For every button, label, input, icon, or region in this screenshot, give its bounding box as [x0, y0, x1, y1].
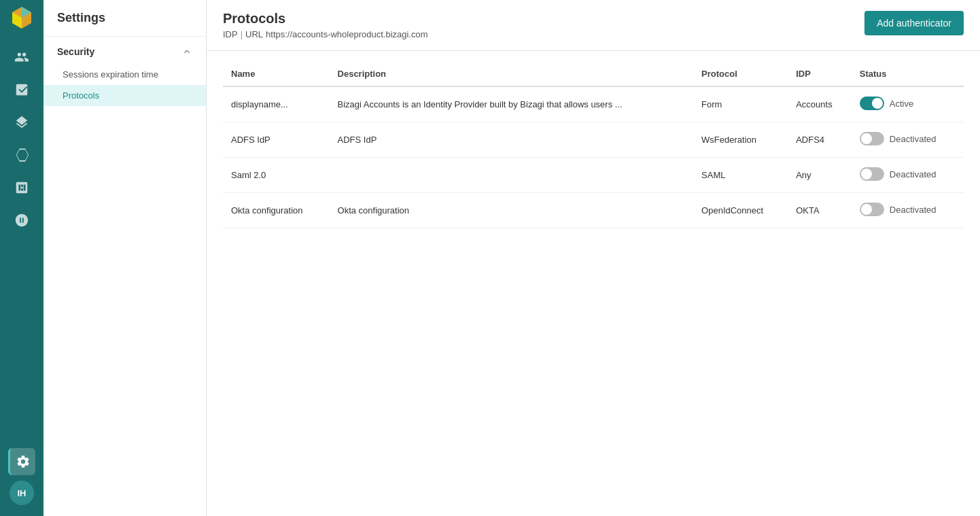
nav-icon-ai[interactable]: [8, 207, 35, 234]
nav-bottom: IH: [8, 448, 35, 511]
col-status: Status: [852, 62, 964, 86]
nav-icon-layers[interactable]: [8, 109, 35, 136]
nav-settings-icon[interactable]: [8, 448, 35, 475]
meta-idp-label: IDP: [223, 29, 238, 39]
status-toggle[interactable]: Deactivated: [860, 132, 937, 145]
meta-url-label: URL: [245, 29, 263, 39]
cell-idp: Any: [788, 158, 852, 193]
toggle-knob: [861, 169, 872, 179]
cell-status: Deactivated: [852, 193, 964, 228]
meta-separator: |: [241, 29, 243, 39]
cell-protocol: SAML: [693, 158, 788, 193]
col-idp: IDP: [788, 62, 852, 86]
status-label: Deactivated: [890, 205, 937, 215]
cell-protocol: Form: [693, 86, 788, 122]
main-header: Protocols IDP | URL https://accounts-who…: [207, 0, 980, 51]
chevron-up-icon: [181, 46, 192, 57]
main-content: Protocols IDP | URL https://accounts-who…: [207, 0, 980, 516]
cell-description: Bizagi Accounts is an Identity Provider …: [330, 86, 694, 122]
nav-icon-chart[interactable]: [8, 76, 35, 103]
toggle-switch[interactable]: [860, 203, 884, 216]
main-header-left: Protocols IDP | URL https://accounts-who…: [223, 11, 428, 39]
header-row: Name Description Protocol IDP Status: [223, 62, 964, 86]
nav-icon-people[interactable]: [8, 44, 35, 71]
nav-avatar[interactable]: IH: [10, 481, 34, 505]
table-row[interactable]: Saml 2.0SAMLAnyDeactivated: [223, 158, 964, 193]
cell-description: [330, 158, 694, 193]
cell-name: Saml 2.0: [223, 158, 330, 193]
cell-name: Okta configuration: [223, 193, 330, 228]
nav-icon-hexagon[interactable]: [8, 141, 35, 169]
col-name: Name: [223, 62, 330, 86]
status-label: Deactivated: [890, 169, 937, 179]
status-toggle[interactable]: Deactivated: [860, 167, 937, 181]
table-container: Name Description Protocol IDP Status dis…: [207, 51, 980, 516]
table-header: Name Description Protocol IDP Status: [223, 62, 964, 86]
table-body: displayname...Bizagi Accounts is an Iden…: [223, 86, 964, 228]
toggle-knob: [861, 133, 872, 144]
toggle-switch[interactable]: [860, 97, 884, 110]
cell-name: ADFS IdP: [223, 122, 330, 158]
col-protocol: Protocol: [693, 62, 788, 86]
toggle-switch[interactable]: [860, 132, 884, 145]
cell-status: Deactivated: [852, 158, 964, 193]
meta-url: https://accounts-wholeproduct.bizagi.com: [266, 29, 427, 39]
cell-name: displayname...: [223, 86, 330, 122]
cell-idp: Accounts: [788, 86, 852, 122]
page-title: Protocols: [223, 11, 428, 27]
security-section-title[interactable]: Security: [43, 37, 206, 64]
cell-description: Okta configuration: [330, 193, 694, 228]
add-authenticator-button[interactable]: Add authenticator: [864, 11, 964, 35]
nav-icon-bi[interactable]: [8, 174, 35, 201]
col-description: Description: [330, 62, 694, 86]
app-logo[interactable]: [10, 5, 34, 30]
security-section: Security Sessions expiration time Protoc…: [43, 37, 206, 106]
sidebar-item-sessions[interactable]: Sessions expiration time: [43, 64, 206, 85]
security-label: Security: [57, 46, 94, 57]
table-row[interactable]: displayname...Bizagi Accounts is an Iden…: [223, 86, 964, 122]
sidebar-title: Settings: [43, 0, 206, 37]
status-label: Deactivated: [890, 134, 937, 144]
status-label: Active: [890, 99, 913, 109]
sidebar: Settings Security Sessions expiration ti…: [43, 0, 207, 516]
nav-bar: IH: [0, 0, 43, 516]
cell-status: Active: [852, 86, 964, 122]
cell-description: ADFS IdP: [330, 122, 694, 158]
protocols-table: Name Description Protocol IDP Status dis…: [223, 62, 964, 228]
cell-idp: ADFS4: [788, 122, 852, 158]
header-meta: IDP | URL https://accounts-wholeproduct.…: [223, 29, 428, 39]
sidebar-item-protocols[interactable]: Protocols: [43, 85, 206, 106]
status-toggle[interactable]: Deactivated: [860, 203, 937, 216]
cell-protocol: WsFederation: [693, 122, 788, 158]
cell-protocol: OpenIdConnect: [693, 193, 788, 228]
toggle-switch[interactable]: [860, 167, 884, 181]
table-row[interactable]: ADFS IdPADFS IdPWsFederationADFS4Deactiv…: [223, 122, 964, 158]
cell-status: Deactivated: [852, 122, 964, 158]
cell-idp: OKTA: [788, 193, 852, 228]
table-row[interactable]: Okta configurationOkta configurationOpen…: [223, 193, 964, 228]
status-toggle[interactable]: Active: [860, 97, 913, 110]
toggle-knob: [872, 98, 883, 109]
toggle-knob: [861, 204, 872, 215]
